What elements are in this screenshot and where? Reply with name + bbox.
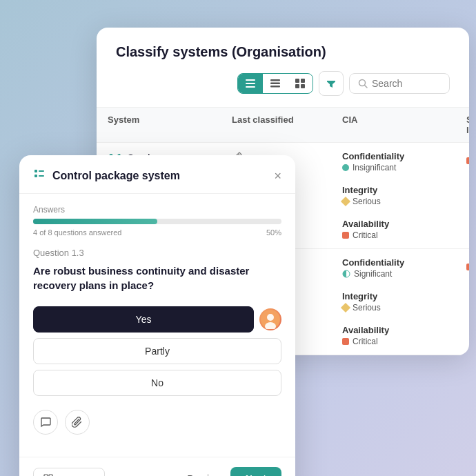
insignificant-icon [342,164,349,171]
confidentiality-value-2: Significant [354,269,392,279]
integrity-value-1: Serious [353,197,381,206]
answer-partly-button[interactable]: Partly [33,338,281,364]
modal-panel: Control package system × Answers 4 of 8 … [19,155,295,476]
col-last-classified: Last classified [232,115,342,135]
answer-no-button[interactable]: No [33,370,281,396]
svg-rect-1 [246,83,255,84]
table-header: System Last classified CIA Security leve… [97,108,469,143]
progress-bar-fill [33,219,157,224]
modal-list-icon [33,168,46,184]
action-icons [33,410,281,435]
previous-button[interactable]: Previous [187,473,224,476]
modal-header: Control package system × [19,155,295,194]
serious-icon-2 [341,303,350,313]
cia-confidentiality-1: Confidentiality Insignificant [342,151,466,172]
answer-row-no: No [33,370,281,396]
svg-rect-17 [34,175,37,177]
question-text: Are robust business continuity and disas… [33,264,281,292]
progress-answered: 4 of 8 questions answered [33,228,121,237]
availability-value-2: Critical [353,337,378,346]
integrity-value-2: Serious [353,303,381,313]
security-cell-1: Level 2 [466,151,469,170]
svg-rect-5 [270,86,280,88]
answer-row-partly: Partly [33,338,281,364]
svg-rect-8 [295,84,299,88]
close-button[interactable]: × [274,170,281,182]
page-title: Classify systems (Organisation) [116,44,450,60]
answer-options: Yes Partly No [33,306,281,396]
cia-integrity-1: Integrity Serious [342,185,466,206]
next-button[interactable]: Next [230,467,281,476]
comment-button[interactable] [33,410,58,435]
filter-button[interactable] [319,71,344,96]
svg-point-20 [267,314,274,321]
answers-section: Answers 4 of 8 questions answered 50% [33,205,281,237]
progress-percent: 50% [266,228,281,237]
availability-value-1: Critical [353,230,378,240]
modal-footer: Overview Previous Next [19,457,295,476]
answer-yes-button[interactable]: Yes [33,306,254,333]
modal-title-group: Control package system [33,168,180,184]
svg-rect-18 [39,175,44,177]
col-security: Security level [466,115,469,135]
level-icon-1 [466,157,469,164]
svg-rect-15 [34,170,37,172]
view-toggle [237,73,313,94]
search-box [349,73,450,94]
overview-label: Overview [57,474,95,477]
cia-availability-2: Availability Critical [342,325,466,346]
view-list-button[interactable] [263,74,288,93]
svg-rect-7 [301,79,305,83]
svg-rect-0 [246,79,255,81]
classify-header: Classify systems (Organisation) [97,28,469,108]
col-system: System [108,115,232,135]
answers-label: Answers [33,205,281,215]
cia-cell-2: Confidentiality Significant Integrity [342,257,466,346]
view-compact-button[interactable] [238,74,263,93]
modal-body: Answers 4 of 8 questions answered 50% Qu… [19,194,295,457]
serious-icon [341,197,350,206]
cia-confidentiality-2: Confidentiality Significant [342,257,466,279]
overview-button[interactable]: Overview [33,468,105,477]
question-number: Question 1.3 [33,248,281,258]
svg-rect-3 [270,79,280,81]
progress-bar-container [33,219,281,224]
confidentiality-value-1: Insignificant [353,163,396,172]
col-cia: CIA [342,115,466,135]
search-icon [358,79,368,88]
svg-rect-2 [246,86,255,88]
svg-rect-6 [295,79,299,83]
cia-cell-1: Confidentiality Insignificant Integrity … [342,151,466,240]
view-grid-button[interactable] [288,74,313,93]
user-avatar [259,308,281,330]
nav-group: Previous Next [187,467,281,476]
answer-row-yes: Yes [33,306,281,333]
svg-line-11 [365,86,368,88]
progress-info: 4 of 8 questions answered 50% [33,228,281,237]
cia-integrity-2: Integrity Serious [342,291,466,313]
critical-icon-2 [342,338,349,345]
cia-availability-1: Availability Critical [342,219,466,240]
svg-rect-9 [301,84,305,88]
search-input[interactable] [372,78,441,89]
svg-rect-16 [39,170,44,172]
critical-icon [342,232,349,239]
security-cell-2: Level 2 [466,257,469,277]
toolbar [116,71,450,96]
security-badge-1: Level 2 [466,151,469,170]
significant-icon [342,270,350,278]
level-icon-2 [466,264,469,270]
attachment-button[interactable] [65,410,90,435]
svg-rect-4 [270,83,280,85]
modal-title: Control package system [52,170,180,182]
security-badge-2: Level 2 [466,257,469,277]
